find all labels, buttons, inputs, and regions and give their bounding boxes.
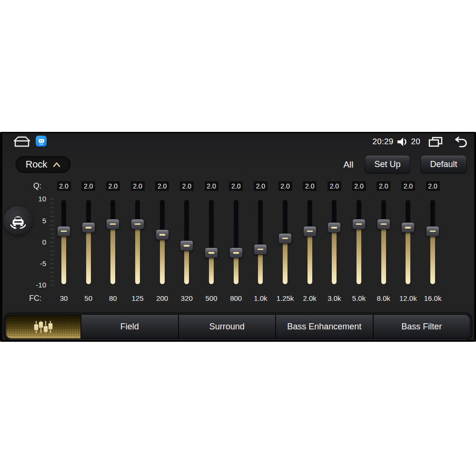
slider-thumb[interactable] (106, 219, 119, 229)
band-q-value[interactable]: 2.0 (302, 181, 317, 191)
gain-scale-label: 10 (26, 194, 46, 204)
scale-tick-mark (50, 250, 54, 251)
slider-gold-fill (307, 231, 312, 284)
slider-thumb[interactable] (254, 244, 267, 255)
scale-tick-mark (50, 272, 54, 273)
slider-gold-fill (135, 224, 140, 284)
slider-thumb[interactable] (82, 222, 95, 233)
slider-thumb[interactable] (278, 233, 292, 244)
slider-gold-fill (86, 228, 91, 284)
thumb-dash (405, 227, 411, 229)
thumb-dash (356, 223, 362, 225)
scale-tick-mark (50, 255, 54, 256)
slider-thumb[interactable] (131, 219, 144, 229)
scale-tick-mark (50, 285, 54, 286)
scale-tick-mark (50, 229, 54, 230)
band-gain-slider[interactable] (103, 200, 122, 284)
band-gain-slider[interactable] (276, 200, 295, 284)
slider-thumb[interactable] (377, 219, 390, 229)
band-frequency-label: 2.0k (297, 294, 323, 303)
tab-surround[interactable]: Surround (179, 315, 276, 338)
band-frequency-label: 1.25k (272, 294, 298, 303)
slider-thumb[interactable] (205, 248, 218, 258)
band-gain-slider[interactable] (251, 200, 270, 284)
scale-tick-mark (50, 207, 54, 208)
band-gain-slider[interactable] (177, 200, 196, 284)
equalizer-bands: 1050-5-102.0302.0502.0802.01252.02002.03… (2, 133, 474, 340)
band-q-value[interactable]: 2.0 (57, 181, 71, 191)
slider-gold-fill (406, 228, 410, 284)
tab-field[interactable]: Field (81, 315, 178, 338)
slider-thumb[interactable] (156, 229, 169, 240)
band-q-value[interactable]: 2.0 (106, 181, 120, 191)
slider-thumb[interactable] (401, 222, 415, 233)
thumb-dash (61, 230, 67, 232)
band-q-value[interactable]: 2.0 (352, 181, 367, 191)
gain-scale-label: 0 (26, 238, 46, 247)
slider-thumb[interactable] (180, 240, 193, 251)
band-gain-slider[interactable] (325, 200, 344, 284)
thumb-dash (307, 230, 313, 232)
band-frequency-label: 12.0k (395, 294, 421, 303)
band-gain-slider[interactable] (202, 200, 221, 284)
tab-bass-enhancement[interactable]: Bass Enhancement (276, 315, 373, 338)
slider-thumb[interactable] (327, 222, 341, 233)
band-gain-slider[interactable] (349, 200, 368, 284)
gain-scale-label: -10 (26, 280, 46, 290)
band-q-value[interactable]: 2.0 (426, 181, 440, 191)
band-q-value[interactable]: 2.0 (228, 181, 243, 191)
scale-tick-mark (50, 198, 54, 199)
scale-tick-mark (50, 268, 54, 268)
band-gain-slider[interactable] (227, 200, 246, 284)
band-q-value[interactable]: 2.0 (155, 181, 169, 191)
band-gain-slider[interactable] (153, 200, 172, 284)
page: 20:29 20 Rock (0, 0, 476, 476)
band-frequency-label: 30 (50, 294, 77, 303)
thumb-dash (159, 234, 165, 236)
eq-sliders-icon (32, 320, 55, 334)
equalizer-app: 20:29 20 Rock (2, 133, 474, 340)
band-q-value[interactable]: 2.0 (204, 181, 219, 191)
slider-thumb[interactable] (303, 226, 317, 237)
band-q-value[interactable]: 2.0 (179, 181, 194, 191)
band-q-value[interactable]: 2.0 (130, 181, 145, 191)
slider-gold-fill (184, 246, 189, 284)
slider-thumb[interactable] (426, 226, 439, 237)
band-gain-slider[interactable] (79, 200, 98, 284)
slider-gold-fill (430, 231, 435, 284)
scale-tick-mark (50, 276, 54, 277)
band-frequency-label: 16.0k (419, 294, 446, 303)
tab-bass-filter[interactable]: Bass Filter (374, 315, 470, 338)
thumb-dash (135, 223, 141, 225)
slider-gold-fill (258, 249, 263, 284)
band-q-value[interactable]: 2.0 (376, 181, 391, 191)
band-q-value[interactable]: 2.0 (327, 181, 342, 191)
band-gain-slider[interactable] (423, 200, 442, 284)
thumb-dash (258, 248, 264, 250)
scale-tick-mark (50, 242, 54, 243)
scale-tick-mark (50, 216, 54, 217)
scale-tick-mark (50, 259, 54, 260)
bottom-tab-bar: Field Surround Bass Enhancement Bass Fil… (5, 314, 471, 340)
thumb-dash (233, 252, 239, 254)
thumb-dash (208, 252, 215, 254)
band-frequency-label: 500 (198, 294, 225, 303)
band-frequency-label: 125 (124, 294, 151, 303)
tab-row: Field Surround Bass Enhancement Bass Fil… (6, 315, 470, 338)
band-frequency-label: 8.0k (370, 294, 397, 303)
slider-thumb[interactable] (57, 226, 70, 237)
slider-thumb[interactable] (229, 248, 243, 258)
band-gain-slider[interactable] (398, 200, 417, 284)
band-gain-slider[interactable] (374, 200, 393, 284)
band-gain-slider[interactable] (128, 200, 147, 284)
band-q-value[interactable]: 2.0 (253, 181, 268, 191)
band-gain-slider[interactable] (54, 200, 73, 284)
tab-equalizer[interactable] (6, 315, 80, 338)
slider-thumb[interactable] (352, 219, 366, 229)
band-frequency-label: 3.0k (321, 294, 347, 303)
band-q-value[interactable]: 2.0 (401, 181, 416, 191)
slider-gold-fill (381, 224, 386, 284)
band-gain-slider[interactable] (300, 200, 319, 284)
band-q-value[interactable]: 2.0 (278, 181, 293, 191)
band-q-value[interactable]: 2.0 (81, 181, 96, 191)
